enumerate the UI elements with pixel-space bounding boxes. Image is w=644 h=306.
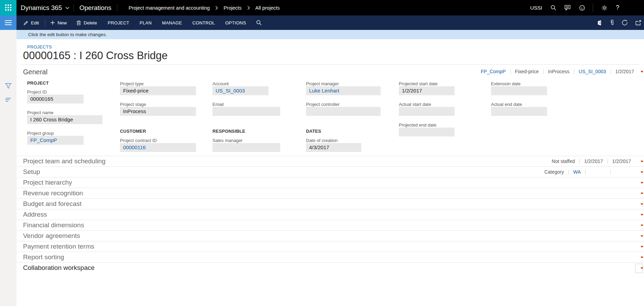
section-row-report-sorting[interactable]: Report sorting xyxy=(17,252,644,262)
section-title: Project hierarchy xyxy=(23,177,72,188)
actionbar-divider xyxy=(45,19,45,26)
breadcrumb-chevron-icon xyxy=(247,6,250,10)
waffle-icon xyxy=(5,4,12,11)
field-value-account[interactable]: US_SI_0003 xyxy=(212,86,269,95)
section-row-vendor-agreements[interactable]: Vendor agreements xyxy=(17,230,644,241)
summary-value-1-2-2017: 1/2/2017 xyxy=(608,159,636,164)
search-icon[interactable] xyxy=(550,5,556,11)
field-input-project-stage[interactable]: InProcess xyxy=(120,107,196,116)
field-label-project-stage: Project stage xyxy=(120,102,146,107)
field-value-projected-start-date: 1/2/2017 xyxy=(399,86,455,95)
field-value-project-group[interactable]: FP_CompP xyxy=(27,136,84,145)
field-label-email: Email xyxy=(212,102,224,107)
menu-control[interactable]: CONTROL xyxy=(187,15,220,30)
fasttab-sections: Project team and schedulingNot staffed1/… xyxy=(17,156,644,273)
delete-button[interactable]: Delete xyxy=(72,15,101,30)
field-value-project-name: I 260 Cross Bridge xyxy=(27,115,102,124)
field-input-actual-end-date[interactable] xyxy=(491,107,547,116)
field-input-email[interactable] xyxy=(212,107,280,116)
section-row-revenue-recognition[interactable]: Revenue recognition xyxy=(17,188,644,198)
field-input-project-manager[interactable]: Luke Lenhart xyxy=(306,86,381,95)
section-row-payment-retention-terms[interactable]: Payment retention terms xyxy=(17,241,644,252)
section-row-budget-and-forecast[interactable]: Budget and forecast xyxy=(17,198,644,209)
section-row-address[interactable]: Address xyxy=(17,209,644,220)
edit-button[interactable]: Edit xyxy=(19,15,43,30)
app-name-menu[interactable]: Dynamics 365 xyxy=(21,0,69,15)
field-value-project-stage: InProcess xyxy=(120,107,196,116)
field-label-project-type: Project type xyxy=(120,81,144,86)
new-button[interactable]: New xyxy=(46,15,71,30)
field-input-extension-date[interactable] xyxy=(491,86,547,95)
section-summary: CategoryWA xyxy=(540,167,635,177)
group-header-customer: CUSTOMER xyxy=(120,129,146,134)
menu-options[interactable]: OPTIONS xyxy=(220,15,251,30)
field-value-project-contract-id[interactable]: 00000116 xyxy=(120,143,196,152)
clipped-chevron-mark xyxy=(641,182,643,183)
action-bar: Edit New Delete PROJECTPLANMANAGECONTROL… xyxy=(0,15,644,30)
field-input-project-controller[interactable] xyxy=(306,107,381,116)
field-label-project-contract-id: Project contract ID xyxy=(120,138,157,143)
app-launcher-waffle-icon[interactable] xyxy=(0,0,17,15)
group-header-project: PROJECT xyxy=(27,80,49,86)
field-label-actual-end-date: Actual end date xyxy=(491,102,522,107)
clipped-chevron-mark xyxy=(641,203,643,205)
hamburger-icon[interactable] xyxy=(0,15,17,30)
section-row-setup[interactable]: SetupCategoryWA xyxy=(17,166,644,177)
field-input-account[interactable]: US_SI_0003 xyxy=(212,86,269,95)
section-row-financial-dimensions[interactable]: Financial dimensions xyxy=(17,220,644,230)
refresh-icon[interactable] xyxy=(622,20,628,26)
settings-gear-icon[interactable] xyxy=(601,5,608,11)
clipped-chevron-mark xyxy=(641,246,643,247)
field-input-project-contract-id[interactable]: 00000116 xyxy=(120,143,196,152)
attachments-paperclip-icon[interactable] xyxy=(610,20,614,26)
new-button-label: New xyxy=(57,20,67,25)
section-title: Setup xyxy=(23,167,40,177)
field-input-date-of-creation[interactable]: 4/3/2017 xyxy=(306,143,361,152)
field-value-date-of-creation: 4/3/2017 xyxy=(306,143,361,152)
field-input-project-group[interactable]: FP_CompP xyxy=(27,136,84,145)
field-input-project-type[interactable]: Fixed-price xyxy=(120,86,196,95)
field-label-project-controller: Project controller xyxy=(306,102,340,107)
section-row-collaboration-workspace[interactable]: Collaboration workspace xyxy=(17,262,644,273)
chevron-down-icon xyxy=(65,7,69,9)
field-label-project-name: Project name xyxy=(27,110,54,115)
field-label-actual-start-date: Actual start date xyxy=(399,102,431,107)
section-row-project-hierarchy[interactable]: Project hierarchy xyxy=(17,177,644,188)
summary-value-wa[interactable]: WA xyxy=(569,169,585,175)
section-title: Vendor agreements xyxy=(23,231,80,241)
field-input-sales-manager[interactable] xyxy=(212,143,280,152)
smiley-feedback-icon[interactable] xyxy=(579,5,585,11)
section-row-project-team-and-scheduling[interactable]: Project team and schedulingNot staffed1/… xyxy=(17,156,644,166)
help-icon[interactable]: ? xyxy=(616,4,619,11)
field-value-project-manager[interactable]: Luke Lenhart xyxy=(306,86,381,95)
notification-message: Click the edit button to make changes. xyxy=(28,32,107,37)
page-content: PROJECTS 00000165 : I 260 Cross Bridge G… xyxy=(17,39,644,306)
breadcrumb-item-project-management-and-accounting[interactable]: Project management and accounting xyxy=(129,5,210,11)
field-label-projected-end-date: Projected end date xyxy=(399,122,436,128)
actionbar-search-icon[interactable] xyxy=(251,15,266,30)
menu-project[interactable]: PROJECT xyxy=(102,15,134,30)
feedback-message-icon[interactable] xyxy=(565,5,571,11)
field-input-project-name[interactable]: I 260 Cross Bridge xyxy=(27,115,102,124)
office-icon[interactable] xyxy=(597,20,602,26)
field-input-projected-end-date[interactable] xyxy=(399,128,455,136)
field-input-actual-start-date[interactable] xyxy=(399,107,455,116)
plus-icon xyxy=(50,20,55,25)
section-title: Budget and forecast xyxy=(23,199,81,209)
pane-toggle-icon[interactable] xyxy=(4,96,12,103)
breadcrumb-item-all-projects[interactable]: All projects xyxy=(255,5,280,11)
field-label-sales-manager: Sales manager xyxy=(212,138,242,143)
open-in-new-window-icon[interactable] xyxy=(635,20,641,25)
menu-plan[interactable]: PLAN xyxy=(134,15,157,30)
app-name-label: Dynamics 365 xyxy=(21,4,62,12)
company-picker[interactable]: USSI xyxy=(530,5,542,11)
filter-icon[interactable] xyxy=(4,82,12,90)
breadcrumb-item-projects[interactable]: Projects xyxy=(223,5,241,11)
field-input-projected-start-date[interactable]: 1/2/2017 xyxy=(399,86,455,95)
field-value-project-id: 00000165 xyxy=(27,95,84,103)
field-input-project-id[interactable]: 00000165 xyxy=(27,95,84,103)
clipped-chevron-mark xyxy=(641,161,643,162)
menu-manage[interactable]: MANAGE xyxy=(157,15,187,30)
topbar-divider xyxy=(117,4,117,12)
product-name-label: Operations xyxy=(79,0,111,15)
